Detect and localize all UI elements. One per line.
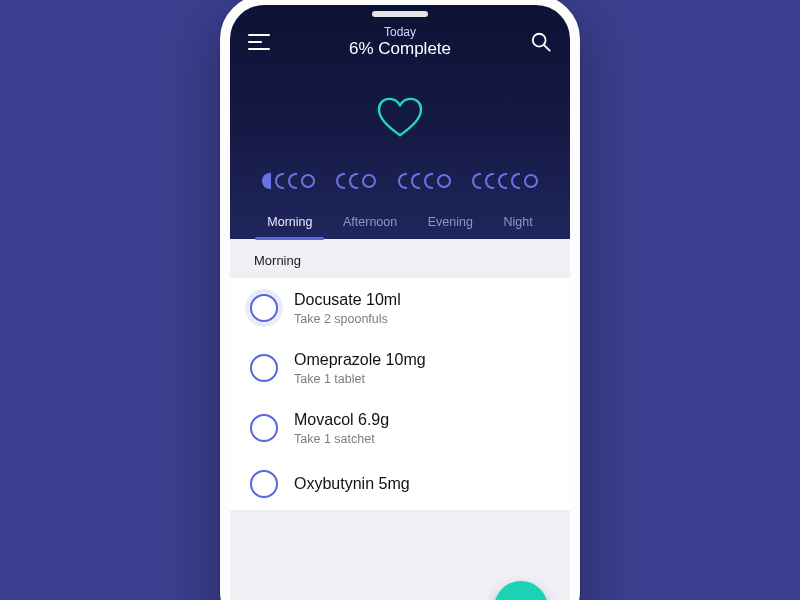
medication-text: Omeprazole 10mgTake 1 tablet [294,350,426,386]
medication-instruction: Take 2 spoonfuls [294,312,401,326]
search-icon[interactable] [530,31,552,53]
medication-list: Docusate 10mlTake 2 spoonfulsOmeprazole … [230,278,570,510]
medication-name: Omeprazole 10mg [294,350,426,370]
progress-circle [524,174,538,188]
medication-instruction: Take 1 satchet [294,432,389,446]
screen: Today 6% Complete MorningAfternoonEven [230,5,570,600]
progress-group [262,173,315,189]
progress-pill [336,173,345,189]
progress-pill [275,173,284,189]
tab-evening[interactable]: Evening [422,207,479,239]
checkbox[interactable] [250,294,278,322]
medication-name: Movacol 6.9g [294,410,389,430]
tab-night[interactable]: Night [497,207,538,239]
header-area: Today 6% Complete MorningAfternoonEven [230,5,570,239]
progress-circle [362,174,376,188]
phone-frame: Today 6% Complete MorningAfternoonEven [220,0,580,600]
header-title: 6% Complete [349,39,451,59]
progress-pill [262,173,271,189]
progress-group [336,173,376,189]
list-item[interactable]: Omeprazole 10mgTake 1 tablet [230,338,570,398]
checkbox[interactable] [250,354,278,382]
time-tabs: MorningAfternoonEveningNight [248,207,552,239]
medication-name: Docusate 10ml [294,290,401,310]
heart-icon [377,97,423,139]
progress-pill [424,173,433,189]
content-area: Morning Docusate 10mlTake 2 spoonfulsOme… [230,239,570,600]
tab-afternoon[interactable]: Afternoon [337,207,403,239]
progress-heart [248,59,552,173]
progress-pill [288,173,297,189]
medication-name: Oxybutynin 5mg [294,474,410,494]
progress-pill [411,173,420,189]
progress-circle [301,174,315,188]
header-subtitle: Today [349,25,451,39]
progress-circle [437,174,451,188]
medication-text: Oxybutynin 5mg [294,474,410,494]
checkbox[interactable] [250,414,278,442]
progress-pill [472,173,481,189]
progress-pill [511,173,520,189]
svg-line-1 [544,45,550,51]
progress-group [472,173,538,189]
section-label: Morning [230,239,570,278]
progress-pill [398,173,407,189]
tab-morning[interactable]: Morning [261,207,318,239]
progress-pill [498,173,507,189]
top-bar: Today 6% Complete [248,25,552,59]
list-item[interactable]: Movacol 6.9gTake 1 satchet [230,398,570,458]
menu-icon[interactable] [248,34,270,50]
page-title: Today 6% Complete [349,25,451,60]
progress-pill [349,173,358,189]
list-item[interactable]: Docusate 10mlTake 2 spoonfuls [230,278,570,338]
progress-groups [248,173,552,207]
medication-instruction: Take 1 tablet [294,372,426,386]
progress-group [398,173,451,189]
list-item[interactable]: Oxybutynin 5mg [230,458,570,510]
medication-text: Movacol 6.9gTake 1 satchet [294,410,389,446]
medication-text: Docusate 10mlTake 2 spoonfuls [294,290,401,326]
checkbox[interactable] [250,470,278,498]
svg-point-0 [533,34,546,47]
progress-pill [485,173,494,189]
